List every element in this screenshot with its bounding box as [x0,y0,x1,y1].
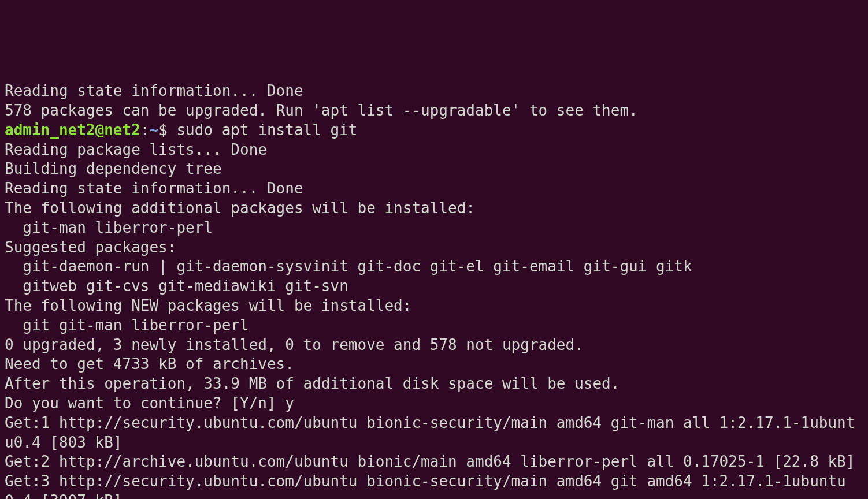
output-line: Get:2 http://archive.ubuntu.com/ubuntu b… [5,452,863,472]
output-line: Do you want to continue? [Y/n] y [5,394,863,414]
output-line: Reading state information... Done [5,81,863,101]
output-line: 578 packages can be upgraded. Run 'apt l… [5,101,863,121]
prompt-colon: : [140,121,150,139]
output-line: 0 upgraded, 3 newly installed, 0 to remo… [5,336,863,355]
output-line: git-man liberror-perl [5,218,863,238]
prompt-line: admin_net2@net2:~$ sudo apt install git [5,121,863,140]
output-line: Reading package lists... Done [5,140,863,160]
output-line: The following NEW packages will be insta… [5,296,863,316]
command-text: sudo apt install git [176,121,357,139]
output-line: gitweb git-cvs git-mediawiki git-svn [5,277,863,296]
output-line: Reading state information... Done [5,179,863,199]
prompt-path: ~ [149,121,158,139]
output-line: Building dependency tree [5,159,863,179]
output-line: Suggested packages: [5,238,863,258]
output-line: Get:3 http://security.ubuntu.com/ubuntu … [5,472,863,499]
terminal-output[interactable]: Reading state information... Done578 pac… [5,81,863,499]
output-line: After this operation, 33.9 MB of additio… [5,374,863,394]
output-line: git git-man liberror-perl [5,316,863,336]
output-line: The following additional packages will b… [5,199,863,218]
prompt-user-host: admin_net2@net2 [5,121,140,139]
output-line: Need to get 4733 kB of archives. [5,355,863,374]
output-line: git-daemon-run | git-daemon-sysvinit git… [5,257,863,277]
prompt-dollar: $ [158,121,176,139]
output-line: Get:1 http://security.ubuntu.com/ubuntu … [5,414,863,453]
